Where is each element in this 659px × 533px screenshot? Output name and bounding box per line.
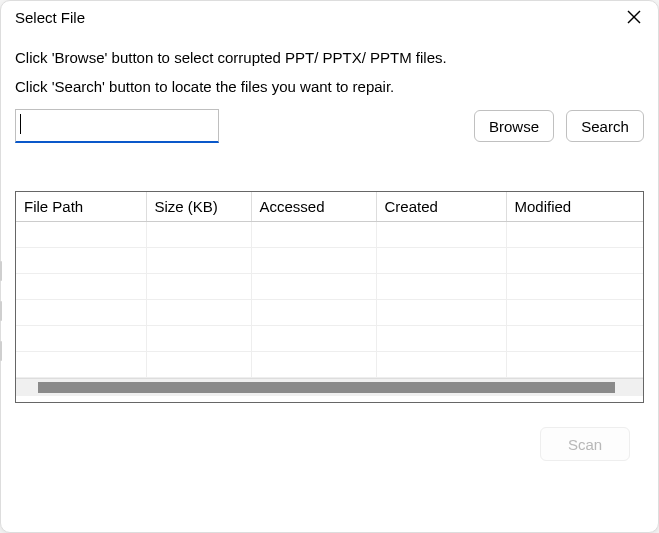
dialog-footer: Scan: [15, 403, 644, 481]
table-row[interactable]: [16, 248, 643, 274]
table-row[interactable]: [16, 326, 643, 352]
browse-button[interactable]: Browse: [474, 110, 554, 142]
horizontal-scrollbar[interactable]: [16, 378, 643, 396]
search-button[interactable]: Search: [566, 110, 644, 142]
file-table: File Path Size (KB) Accessed Created Mod…: [15, 191, 644, 403]
col-modified[interactable]: Modified: [506, 192, 643, 222]
input-row: Browse Search: [15, 109, 644, 143]
table-row[interactable]: [16, 222, 643, 248]
title-bar: Select File: [1, 1, 658, 31]
table-row[interactable]: [16, 300, 643, 326]
table-row[interactable]: [16, 352, 643, 378]
dialog-content: Click 'Browse' button to select corrupte…: [1, 31, 658, 532]
path-input-wrap: [15, 109, 462, 143]
file-path-input[interactable]: [15, 109, 219, 143]
table-header-row: File Path Size (KB) Accessed Created Mod…: [16, 192, 643, 222]
table-row[interactable]: [16, 274, 643, 300]
col-size[interactable]: Size (KB): [146, 192, 251, 222]
instruction-search: Click 'Search' button to locate the file…: [15, 78, 644, 95]
select-file-dialog: Select File Click 'Browse' button to sel…: [0, 0, 659, 533]
col-file-path[interactable]: File Path: [16, 192, 146, 222]
scrollbar-thumb[interactable]: [38, 382, 615, 393]
file-table-grid: File Path Size (KB) Accessed Created Mod…: [16, 192, 643, 378]
edge-artifact: [0, 261, 2, 281]
col-accessed[interactable]: Accessed: [251, 192, 376, 222]
table-body: [16, 222, 643, 378]
edge-artifact: [0, 301, 2, 321]
text-caret: [20, 114, 21, 134]
dialog-title: Select File: [15, 9, 85, 26]
close-icon[interactable]: [624, 7, 644, 27]
instruction-browse: Click 'Browse' button to select corrupte…: [15, 49, 644, 66]
col-created[interactable]: Created: [376, 192, 506, 222]
edge-artifact: [0, 341, 2, 361]
scan-button: Scan: [540, 427, 630, 461]
